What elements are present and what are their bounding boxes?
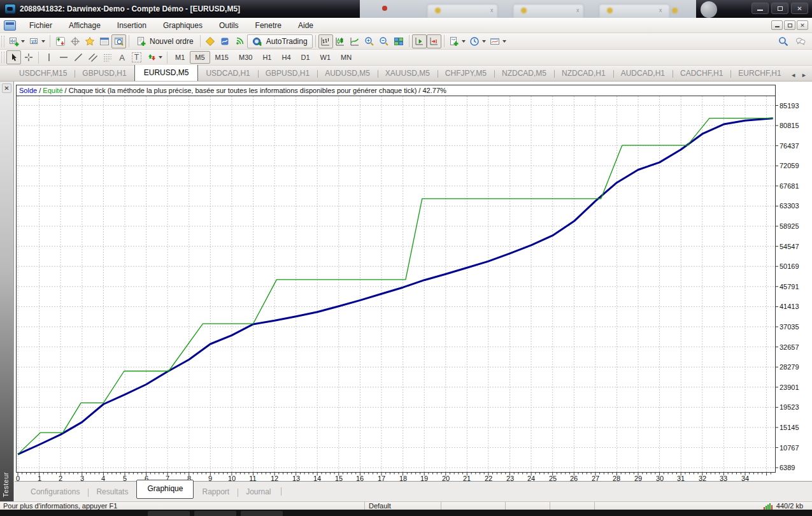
tester-tab-configurations[interactable]: Configurations xyxy=(22,484,88,500)
timeframe-m15[interactable]: M15 xyxy=(210,51,234,64)
connection-status: 440/2 kb xyxy=(764,502,812,510)
horizontal-line-tool-button[interactable] xyxy=(56,50,71,64)
chart-shift-button[interactable] xyxy=(427,34,441,48)
y-axis-label: 54547 xyxy=(780,243,799,250)
chart-tab-xauusd-m5[interactable]: XAUUSD,M5 xyxy=(378,66,438,81)
profiles-button[interactable] xyxy=(27,34,47,48)
tester-tab-journal[interactable]: Journal xyxy=(238,484,279,500)
bar-chart-button[interactable] xyxy=(318,34,333,48)
chart-tab-audusd-m5[interactable]: AUDUSD,M5 xyxy=(317,66,378,81)
tester-tab-resultats[interactable]: Resultats xyxy=(88,484,136,500)
menu-aide[interactable]: Aide xyxy=(290,18,322,32)
close-icon[interactable]: ✕ xyxy=(791,3,808,14)
chat-icon[interactable] xyxy=(795,36,806,47)
timeframe-d1[interactable]: D1 xyxy=(296,51,315,64)
status-profile[interactable]: Default xyxy=(364,502,441,510)
chart-tab-usdchf-m15[interactable]: USDCHF,M15 xyxy=(11,66,75,81)
toolbar-right-icons xyxy=(778,33,806,50)
chart-tab-audcad-h1[interactable]: AUDCAD,H1 xyxy=(613,66,673,81)
timeframe-h1[interactable]: H1 xyxy=(257,51,276,64)
metaeditor-button[interactable] xyxy=(203,34,218,48)
crosshair-tool-button[interactable] xyxy=(21,50,36,64)
candlestick-button[interactable] xyxy=(333,34,348,48)
new-order-icon xyxy=(136,36,146,47)
y-axis-label: 63303 xyxy=(780,202,799,210)
signals-icon xyxy=(234,36,245,47)
window-title: 2088941832: Darwinex-Demo - Compte Démo … xyxy=(20,4,240,13)
vertical-line-tool-button[interactable] xyxy=(41,50,56,64)
chart-tab-usdcad-h1[interactable]: USDCAD,H1 xyxy=(198,66,257,81)
toolbar-grip[interactable] xyxy=(1,36,4,47)
background-tab-favicon xyxy=(435,8,441,13)
mdi-minimize-icon[interactable] xyxy=(771,20,783,30)
menu-affichage[interactable]: Affichage xyxy=(61,18,109,32)
timeframe-h4[interactable]: H4 xyxy=(276,51,296,64)
indicators-button[interactable] xyxy=(447,34,467,48)
mdi-restore-icon[interactable] xyxy=(784,20,795,30)
trendline-tool-button[interactable] xyxy=(71,50,85,64)
market-watch-icon xyxy=(55,36,66,47)
tab-scroll-right-icon[interactable]: ► xyxy=(801,72,807,78)
y-axis-label: 76437 xyxy=(780,142,799,150)
periods-button[interactable] xyxy=(467,34,488,48)
chart-tab-eurusd-m5[interactable]: EURUSD,M5 xyxy=(134,65,199,81)
data-window-button[interactable] xyxy=(68,34,82,48)
label-tool-button[interactable]: T xyxy=(129,50,144,64)
chart-tab-gbpusd-h1[interactable]: GBPUSD,H1 xyxy=(75,66,134,81)
chart-tab-chfjpy-m5[interactable]: CHFJPY,M5 xyxy=(438,66,494,81)
label-tool-icon: T xyxy=(132,52,141,62)
new-chart-button[interactable] xyxy=(6,34,27,48)
timeframe-w1[interactable]: W1 xyxy=(315,51,336,64)
navigator-button[interactable] xyxy=(82,34,97,48)
zoom-in-button[interactable] xyxy=(362,34,377,48)
arrows-tool-button[interactable] xyxy=(144,50,164,64)
new-order-button[interactable]: Nouvel ordre xyxy=(132,34,197,48)
timeframe-mn[interactable]: MN xyxy=(336,51,357,64)
menu-graphiques[interactable]: Graphiques xyxy=(155,18,211,32)
menu-outils[interactable]: Outils xyxy=(211,18,247,32)
tester-tab-rapport[interactable]: Rapport xyxy=(194,484,238,500)
tile-windows-button[interactable] xyxy=(392,34,406,48)
toolbar-grip[interactable] xyxy=(1,52,4,63)
strategy-tester-button[interactable] xyxy=(111,34,126,48)
tester-tab-graphique[interactable]: Graphique xyxy=(136,480,194,499)
fibonacci-tool-button[interactable] xyxy=(100,50,115,64)
chart-tab-gbpusd-h1[interactable]: GBPUSD,H1 xyxy=(258,66,317,81)
timeframe-m1[interactable]: M1 xyxy=(170,51,190,64)
menu-fenetre[interactable]: Fenetre xyxy=(247,18,290,32)
menu-insertion[interactable]: Insertion xyxy=(109,18,155,32)
search-icon[interactable] xyxy=(778,36,788,47)
signals-button[interactable] xyxy=(232,34,247,48)
timeframe-m30[interactable]: M30 xyxy=(234,51,257,64)
dropdown-icon xyxy=(462,40,466,43)
menu-fichier[interactable]: Fichier xyxy=(21,18,61,32)
crosshair-icon xyxy=(69,36,80,47)
autotrading-button[interactable]: AutoTrading xyxy=(247,34,313,48)
chart-tab-eurchf-h1[interactable]: EURCHF,H1 xyxy=(730,66,785,81)
templates-button[interactable] xyxy=(488,34,508,48)
connection-traffic-label: 440/2 kb xyxy=(776,502,803,510)
app-icon xyxy=(4,4,16,14)
auto-scroll-button[interactable] xyxy=(412,34,427,48)
cursor-tool-button[interactable] xyxy=(6,50,21,64)
channel-tool-button[interactable] xyxy=(85,50,100,64)
chart-tab-nzdcad-m5[interactable]: NZDCAD,M5 xyxy=(494,66,554,81)
chart-tab-cadchf-h1[interactable]: CADCHF,H1 xyxy=(673,66,730,81)
tab-scroll-left-icon[interactable]: ◄ xyxy=(790,72,796,78)
terminal-button[interactable] xyxy=(97,34,111,48)
tester-close-icon[interactable]: ✕ xyxy=(2,83,11,93)
text-tool-button[interactable]: A xyxy=(115,50,129,64)
maximize-icon[interactable] xyxy=(771,3,788,14)
standard-toolbar: Nouvel ordre AutoTrading xyxy=(0,33,812,50)
market-watch-button[interactable] xyxy=(53,34,68,48)
tester-result-chart[interactable] xyxy=(16,85,778,478)
zoom-out-button[interactable] xyxy=(377,34,392,48)
minimize-icon[interactable] xyxy=(751,3,769,14)
strategy-tester-panel: Solde / Equité / Chaque tick (la méthode… xyxy=(0,82,812,501)
experts-button[interactable] xyxy=(218,34,232,48)
chart-tab-nzdcad-h1[interactable]: NZDCAD,H1 xyxy=(554,66,613,81)
zoom-out-icon xyxy=(379,36,390,47)
line-chart-button[interactable] xyxy=(348,34,362,48)
mdi-close-icon[interactable]: ✕ xyxy=(797,20,808,30)
timeframe-m5[interactable]: M5 xyxy=(190,51,210,64)
